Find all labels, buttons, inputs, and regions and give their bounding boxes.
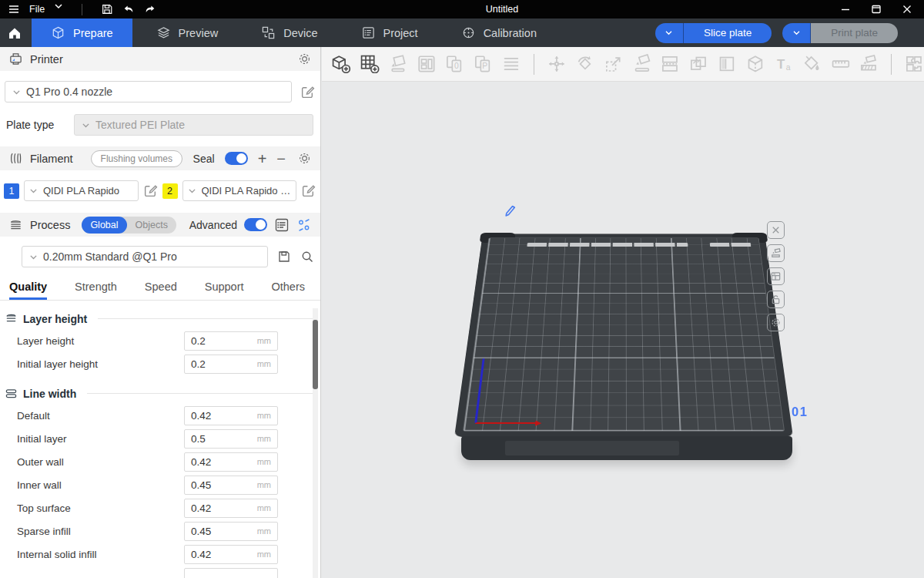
mesh-boolean-icon[interactable] <box>688 54 708 75</box>
tab-device[interactable]: Device <box>242 18 336 47</box>
print-options-chevron[interactable] <box>782 23 811 43</box>
delete-plate-icon[interactable] <box>767 221 785 239</box>
process-preset-select[interactable]: 0.20mm Standard @Q1 Pro <box>22 246 268 267</box>
build-plate[interactable] <box>454 234 793 437</box>
copy-icon[interactable]: 0 <box>444 54 464 75</box>
text-icon[interactable]: Ta <box>774 54 794 75</box>
filament-select-2[interactable]: QIDI PLA Rapido M... <box>182 180 297 201</box>
flushing-volumes-button[interactable]: Flushing volumes <box>91 150 182 167</box>
edit-printer-preset-icon[interactable] <box>300 85 315 99</box>
split-to-plates-icon[interactable] <box>660 54 680 75</box>
close-button[interactable] <box>901 3 913 15</box>
save-icon[interactable] <box>101 3 113 15</box>
plate-type-value: Textured PEI Plate <box>95 119 185 131</box>
add-filament-button[interactable]: + <box>258 151 267 166</box>
parameter-list-icon[interactable] <box>274 217 290 233</box>
param-input[interactable]: 0.45mm <box>184 476 278 495</box>
advanced-toggle[interactable] <box>244 218 267 231</box>
plate-settings-icon[interactable] <box>767 314 785 331</box>
support-paint-icon[interactable] <box>717 54 737 75</box>
auto-orient-icon[interactable] <box>388 54 408 75</box>
remove-filament-button[interactable]: − <box>276 151 286 166</box>
plate-calibration-strip <box>710 243 752 247</box>
seal-toggle[interactable] <box>225 152 248 165</box>
rename-plate-pencil-icon[interactable] <box>503 201 518 217</box>
slice-plate-button[interactable]: Slice plate <box>684 23 772 43</box>
lock-plate-icon[interactable] <box>767 291 785 308</box>
sidebar-scrollbar-thumb[interactable] <box>313 320 318 389</box>
hamburger-menu-icon[interactable] <box>8 3 20 15</box>
param-input[interactable]: 0.2mm <box>184 331 278 351</box>
paste-icon[interactable]: P <box>473 54 493 75</box>
home-button[interactable] <box>0 18 29 47</box>
param-input[interactable]: 0.2mm <box>184 355 278 374</box>
filament-settings-gear-icon[interactable] <box>297 151 312 166</box>
filament-select-1[interactable]: QIDI PLA Rapido <box>24 180 139 201</box>
filament-section-header: Filament Flushing volumes Seal + − <box>0 146 320 170</box>
plate-type-select[interactable]: Textured PEI Plate <box>74 114 313 136</box>
move-icon[interactable] <box>547 54 567 75</box>
edit-filament-icon[interactable] <box>301 183 316 198</box>
tab-project[interactable]: Project <box>342 18 437 47</box>
viewport-3d-canvas[interactable]: 01 <box>322 82 924 578</box>
lay-on-face-icon[interactable] <box>632 54 652 75</box>
param-label: Layer height <box>17 335 184 347</box>
svg-text:a: a <box>786 63 791 72</box>
maximize-button[interactable] <box>870 3 882 15</box>
param-label: Sparse infill <box>17 526 184 537</box>
measure-icon[interactable] <box>831 54 851 75</box>
arrange-icon[interactable] <box>417 54 437 75</box>
scope-objects[interactable]: Objects <box>127 217 176 234</box>
param-input[interactable]: 0.42mm <box>184 406 278 425</box>
printer-section-header: Printer <box>0 47 320 71</box>
printer-preset-select[interactable]: Q1 Pro 0.4 nozzle <box>5 81 292 102</box>
save-preset-icon[interactable] <box>277 250 291 264</box>
undo-icon[interactable] <box>122 3 135 15</box>
param-value: 0.2 <box>191 335 257 347</box>
process-tab-support[interactable]: Support <box>205 281 244 300</box>
tab-calibration[interactable]: Calibration <box>442 18 556 47</box>
file-menu-chevron-icon[interactable] <box>54 3 63 15</box>
param-input[interactable]: 0.42mm <box>184 545 278 564</box>
param-row: Default0.42mm <box>17 404 278 427</box>
process-tab-strength[interactable]: Strength <box>75 281 117 300</box>
param-input[interactable]: 0.5mm <box>184 429 278 449</box>
filament-color-swatch[interactable]: 1 <box>4 183 19 199</box>
rearrange-plate-icon[interactable] <box>767 267 785 285</box>
build-plate-surface[interactable] <box>463 237 785 431</box>
filament-color-swatch[interactable]: 2 <box>162 183 178 199</box>
layers-editing-icon[interactable] <box>501 54 521 75</box>
tab-preview[interactable]: Preview <box>137 18 238 47</box>
printer-settings-gear-icon[interactable] <box>297 52 312 66</box>
param-unit: mm <box>257 457 271 466</box>
filter-params-icon[interactable] <box>296 217 312 233</box>
search-params-icon[interactable] <box>300 250 314 264</box>
auto-arrange-plate-icon[interactable] <box>767 244 785 262</box>
titlebar-separator <box>82 4 82 15</box>
slice-options-chevron[interactable] <box>655 23 684 43</box>
print-plate-button[interactable]: Print plate <box>811 23 898 43</box>
tab-prepare[interactable]: Prepare <box>32 18 132 47</box>
plate-number-label[interactable]: 01 <box>792 405 808 419</box>
assembly-icon[interactable] <box>904 54 924 75</box>
process-tab-others[interactable]: Others <box>271 281 305 300</box>
file-menu[interactable]: File <box>29 4 45 15</box>
param-row: Initial layer0.5mm <box>17 427 278 450</box>
edit-filament-icon[interactable] <box>143 183 158 198</box>
rotate-icon[interactable] <box>575 54 595 75</box>
scale-icon[interactable] <box>604 54 624 75</box>
seam-paint-icon[interactable] <box>859 54 879 75</box>
param-input[interactable]: 0.42mm <box>184 452 278 472</box>
plate-type-label: Plate type <box>6 119 74 131</box>
process-tab-quality[interactable]: Quality <box>9 281 47 300</box>
cut-icon[interactable] <box>745 54 765 75</box>
redo-icon[interactable] <box>144 3 156 15</box>
add-plate-icon[interactable] <box>360 54 380 75</box>
scope-global[interactable]: Global <box>82 217 126 234</box>
process-tab-speed[interactable]: Speed <box>145 281 177 300</box>
color-paint-icon[interactable] <box>802 54 822 75</box>
minimize-button[interactable] <box>839 3 852 15</box>
add-object-icon[interactable] <box>331 54 351 75</box>
param-input[interactable]: 0.45mm <box>184 522 278 541</box>
param-input[interactable]: 0.42mm <box>184 499 278 518</box>
